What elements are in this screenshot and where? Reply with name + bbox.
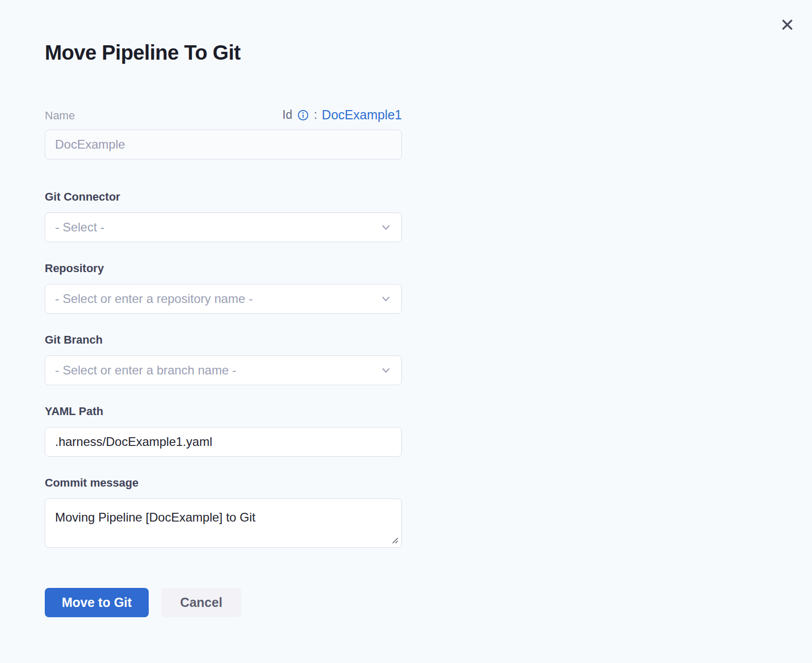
git-connector-placeholder: - Select - [55, 220, 104, 235]
git-branch-label: Git Branch [45, 333, 402, 347]
name-id-row: Name Id : DocExample1 [45, 108, 402, 122]
dialog-actions: Move to Git Cancel [45, 588, 402, 617]
yaml-path-group: YAML Path [45, 405, 402, 457]
pipeline-id-link[interactable]: DocExample1 [322, 107, 402, 122]
close-button[interactable] [778, 15, 797, 34]
commit-message-label: Commit message [45, 476, 402, 490]
commit-message-wrap: Moving Pipeline [DocExample] to Git [45, 498, 402, 548]
cancel-button[interactable]: Cancel [161, 588, 241, 617]
id-row: Id : DocExample1 [283, 107, 402, 122]
name-label: Name [45, 109, 75, 122]
repository-label: Repository [45, 262, 402, 275]
chevron-down-icon [380, 222, 392, 233]
yaml-path-input[interactable] [45, 427, 402, 457]
move-pipeline-to-git-dialog: Move Pipeline To Git Name Id : DocExampl… [0, 0, 812, 663]
chevron-down-icon [380, 365, 392, 376]
git-connector-select[interactable]: - Select - [45, 212, 402, 242]
yaml-path-label: YAML Path [45, 405, 402, 418]
git-branch-group: Git Branch - Select or enter a branch na… [45, 333, 402, 385]
repository-placeholder: - Select or enter a repository name - [55, 292, 253, 306]
move-to-git-form: Name Id : DocExample1 Git Connector - Se… [45, 108, 402, 617]
move-to-git-button[interactable]: Move to Git [45, 588, 149, 617]
close-icon [780, 17, 795, 32]
commit-message-textarea[interactable]: Moving Pipeline [DocExample] to Git [45, 498, 402, 548]
repository-group: Repository - Select or enter a repositor… [45, 262, 402, 314]
commit-message-group: Commit message Moving Pipeline [DocExamp… [45, 476, 402, 548]
dialog-title: Move Pipeline To Git [0, 0, 812, 65]
git-connector-group: Git Connector - Select - [45, 190, 402, 242]
git-connector-label: Git Connector [45, 190, 402, 204]
chevron-down-icon [380, 293, 392, 304]
repository-select[interactable]: - Select or enter a repository name - [45, 284, 402, 314]
info-icon[interactable] [297, 109, 309, 121]
git-branch-select[interactable]: - Select or enter a branch name - [45, 355, 402, 385]
name-input[interactable] [45, 130, 402, 159]
id-separator: : [314, 108, 317, 122]
git-branch-placeholder: - Select or enter a branch name - [55, 363, 236, 378]
id-label: Id [283, 108, 292, 122]
